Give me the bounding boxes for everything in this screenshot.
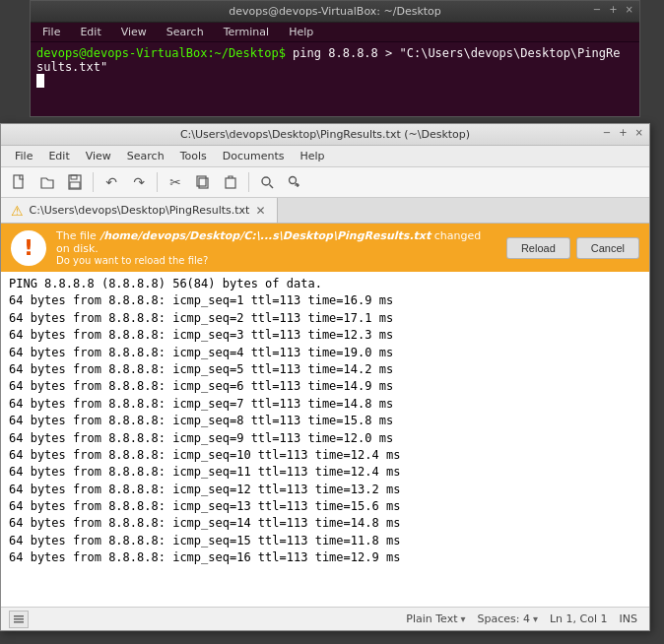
terminal-prompt: devops@devops-VirtualBox:~/Desktop$ [36, 46, 286, 60]
position-label: Ln 1, Col 1 [550, 612, 608, 625]
editor-maximize-button[interactable]: + [617, 127, 629, 138]
tab-warning-icon: ⚠ [11, 203, 24, 219]
editor-line: 64 bytes from 8.8.8.8: icmp_seq=10 ttl=1… [9, 447, 641, 464]
editor-titlebar: C:\Users\devops\Desktop\PingResults.txt … [1, 124, 649, 146]
copy-button[interactable] [190, 170, 216, 194]
spaces-chevron-icon: ▾ [533, 613, 538, 624]
editor-line: 64 bytes from 8.8.8.8: icmp_seq=2 ttl=11… [9, 310, 641, 327]
editor-menubar: File Edit View Search Tools Documents He… [1, 146, 649, 167]
spaces-label: Spaces: 4 [477, 612, 529, 625]
editor-line: 64 bytes from 8.8.8.8: icmp_seq=15 ttl=1… [9, 533, 641, 549]
notification-message-before: The file [56, 229, 100, 242]
cut-button[interactable]: ✂ [163, 170, 188, 194]
editor-line: 64 bytes from 8.8.8.8: icmp_seq=12 ttl=1… [9, 482, 641, 498]
editor-line: 64 bytes from 8.8.8.8: icmp_seq=8 ttl=11… [9, 413, 641, 429]
terminal-cursor-line [36, 74, 633, 88]
svg-rect-11 [14, 615, 24, 617]
svg-rect-3 [70, 182, 80, 188]
svg-line-8 [270, 185, 274, 189]
editor-line: 64 bytes from 8.8.8.8: icmp_seq=9 ttl=11… [9, 430, 641, 447]
terminal-close-button[interactable]: × [624, 4, 635, 15]
editor-menu-file[interactable]: File [9, 148, 38, 164]
statusbar-spaces[interactable]: Spaces: 4 ▾ [473, 612, 541, 625]
tab-close-button[interactable]: ✕ [255, 204, 265, 218]
editor-window-controls[interactable]: − + × [601, 127, 645, 138]
find-replace-button[interactable] [282, 170, 307, 194]
statusbar-position: Ln 1, Col 1 [546, 612, 612, 625]
filetype-label: Plain Text [406, 612, 457, 625]
editor-content-area[interactable]: PING 8.8.8.8 (8.8.8.8) 56(84) bytes of d… [1, 272, 649, 607]
editor-line: 64 bytes from 8.8.8.8: icmp_seq=6 ttl=11… [9, 378, 641, 395]
editor-line: 64 bytes from 8.8.8.8: icmp_seq=14 ttl=1… [9, 515, 641, 532]
terminal-minimize-button[interactable]: − [591, 4, 603, 15]
svg-point-7 [262, 177, 270, 185]
paste-button[interactable] [218, 170, 243, 194]
editor-window: C:\Users\devops\Desktop\PingResults.txt … [0, 123, 650, 631]
svg-rect-13 [14, 621, 24, 623]
notification-text: The file /home/devops/Desktop/C:\...s\De… [56, 229, 497, 266]
editor-close-button[interactable]: × [633, 127, 645, 138]
save-file-button[interactable] [62, 170, 88, 194]
svg-point-9 [290, 177, 297, 184]
terminal-titlebar: devops@devops-VirtualBox: ~/Desktop − + … [31, 1, 639, 23]
editor-menu-tools[interactable]: Tools [174, 148, 213, 164]
editor-tabbar: ⚠ C:\Users\devops\Desktop\PingResults.tx… [1, 198, 649, 224]
editor-line: 64 bytes from 8.8.8.8: icmp_seq=5 ttl=11… [9, 361, 641, 378]
svg-rect-12 [14, 618, 24, 620]
notification-filepath: /home/devops/Desktop/C:\...s\Desktop\Pin… [100, 229, 431, 242]
editor-menu-help[interactable]: Help [294, 148, 330, 164]
filetype-chevron-icon: ▾ [460, 613, 465, 624]
undo-button[interactable]: ↶ [99, 170, 124, 194]
terminal-menu-terminal[interactable]: Terminal [220, 25, 274, 39]
toolbar-separator-2 [157, 172, 158, 192]
tab-label: C:\Users\devops\Desktop\PingResults.txt [30, 204, 250, 217]
terminal-menu-search[interactable]: Search [163, 25, 208, 39]
redo-button[interactable]: ↷ [126, 170, 152, 194]
editor-line: 64 bytes from 8.8.8.8: icmp_seq=13 ttl=1… [9, 498, 641, 515]
statusbar-left [9, 611, 29, 628]
toolbar-separator-1 [93, 172, 94, 192]
terminal-line-1: devops@devops-VirtualBox:~/Desktop$ ping… [36, 46, 633, 74]
notification-actions: Reload Cancel [506, 237, 639, 259]
editor-line: 64 bytes from 8.8.8.8: icmp_seq=7 ttl=11… [9, 396, 641, 413]
statusbar-filetype[interactable]: Plain Text ▾ [402, 612, 469, 625]
editor-line: 64 bytes from 8.8.8.8: icmp_seq=1 ttl=11… [9, 292, 641, 309]
svg-rect-0 [14, 175, 23, 188]
terminal-window-controls[interactable]: − + × [591, 4, 635, 15]
editor-menu-view[interactable]: View [80, 148, 117, 164]
editor-line: 64 bytes from 8.8.8.8: icmp_seq=11 ttl=1… [9, 464, 641, 481]
terminal-menubar: File Edit View Search Terminal Help [31, 23, 639, 42]
statusbar-sidebar-button[interactable] [9, 611, 29, 628]
terminal-window: devops@devops-VirtualBox: ~/Desktop − + … [30, 0, 640, 117]
editor-menu-search[interactable]: Search [121, 148, 170, 164]
editor-menu-documents[interactable]: Documents [217, 148, 291, 164]
cancel-button[interactable]: Cancel [576, 237, 639, 259]
editor-minimize-button[interactable]: − [601, 127, 613, 138]
terminal-cursor [36, 74, 44, 88]
reload-button[interactable]: Reload [506, 237, 570, 259]
editor-toolbar: ↶ ↷ ✂ [1, 167, 649, 198]
terminal-menu-view[interactable]: View [117, 25, 151, 39]
terminal-title: devops@devops-VirtualBox: ~/Desktop [229, 5, 441, 18]
terminal-menu-help[interactable]: Help [285, 25, 317, 39]
editor-line: PING 8.8.8.8 (8.8.8.8) 56(84) bytes of d… [9, 276, 641, 292]
toolbar-separator-3 [248, 172, 249, 192]
new-file-button[interactable] [7, 170, 33, 194]
open-file-button[interactable] [34, 170, 60, 194]
terminal-menu-file[interactable]: File [38, 25, 64, 39]
terminal-content: devops@devops-VirtualBox:~/Desktop$ ping… [31, 42, 639, 116]
find-button[interactable] [254, 170, 280, 194]
notification-icon: ! [11, 230, 46, 266]
editor-title: C:\Users\devops\Desktop\PingResults.txt … [180, 128, 470, 141]
editor-tab-pingresults[interactable]: ⚠ C:\Users\devops\Desktop\PingResults.tx… [1, 198, 278, 223]
terminal-menu-edit[interactable]: Edit [76, 25, 104, 39]
editor-menu-edit[interactable]: Edit [42, 148, 75, 164]
notification-sub-message: Do you want to reload the file? [56, 255, 497, 266]
editor-statusbar: Plain Text ▾ Spaces: 4 ▾ Ln 1, Col 1 INS [1, 607, 649, 630]
editor-line: 64 bytes from 8.8.8.8: icmp_seq=3 ttl=11… [9, 327, 641, 344]
ins-label: INS [620, 612, 637, 625]
svg-rect-2 [71, 175, 77, 179]
notification-bar: ! The file /home/devops/Desktop/C:\...s\… [1, 224, 649, 272]
statusbar-ins: INS [616, 612, 641, 625]
terminal-maximize-button[interactable]: + [607, 4, 619, 15]
